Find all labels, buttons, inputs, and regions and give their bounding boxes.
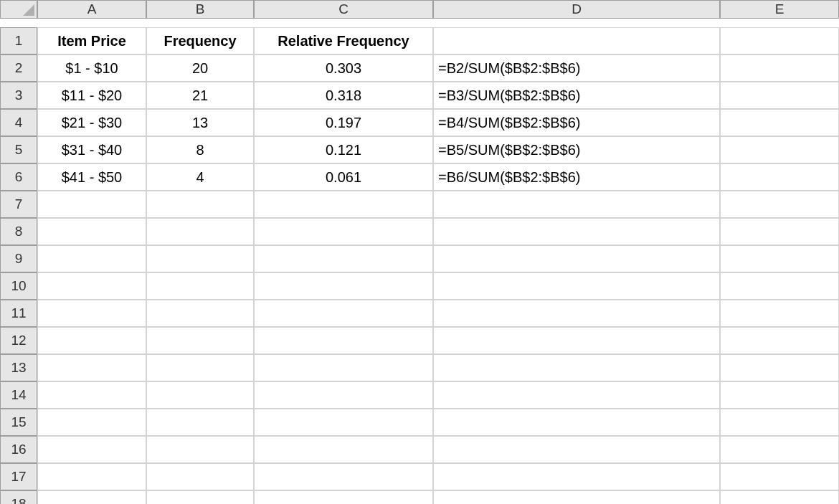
cell-B18[interactable] [146,490,254,504]
row-header-15[interactable]: 15 [0,409,37,436]
col-header-C[interactable]: C [254,0,433,19]
row-header-11[interactable]: 11 [0,300,37,327]
row-header-12[interactable]: 12 [0,327,37,354]
cell-E6[interactable] [720,163,839,191]
cell-E1[interactable] [720,27,839,54]
cell-D6[interactable]: =B6/SUM($B$2:$B$6) [433,163,720,191]
cell-B14[interactable] [146,381,254,409]
cell-E9[interactable] [720,245,839,272]
cell-A5[interactable]: $31 - $40 [37,136,146,163]
cell-C17[interactable] [254,463,433,490]
cell-A12[interactable] [37,327,146,354]
cell-B13[interactable] [146,354,254,381]
cell-D18[interactable] [433,490,720,504]
cell-B12[interactable] [146,327,254,354]
cell-C9[interactable] [254,245,433,272]
row-header-10[interactable]: 10 [0,272,37,300]
cell-C2[interactable]: 0.303 [254,54,433,82]
spreadsheet-grid[interactable]: A B C D E 1 Item Price Frequency Relativ… [0,0,839,504]
cell-C1[interactable]: Relative Frequency [254,27,433,54]
cell-C3[interactable]: 0.318 [254,82,433,109]
cell-A16[interactable] [37,436,146,463]
cell-A11[interactable] [37,300,146,327]
cell-E17[interactable] [720,463,839,490]
cell-B9[interactable] [146,245,254,272]
cell-C10[interactable] [254,272,433,300]
cell-A18[interactable] [37,490,146,504]
col-header-B[interactable]: B [146,0,254,19]
cell-D4[interactable]: =B4/SUM($B$2:$B$6) [433,109,720,136]
cell-A6[interactable]: $41 - $50 [37,163,146,191]
cell-C12[interactable] [254,327,433,354]
row-header-6[interactable]: 6 [0,163,37,191]
cell-C16[interactable] [254,436,433,463]
row-header-8[interactable]: 8 [0,218,37,245]
cell-E5[interactable] [720,136,839,163]
col-header-E[interactable]: E [720,0,839,19]
cell-D16[interactable] [433,436,720,463]
cell-D2[interactable]: =B2/SUM($B$2:$B$6) [433,54,720,82]
cell-D14[interactable] [433,381,720,409]
cell-E11[interactable] [720,300,839,327]
cell-D17[interactable] [433,463,720,490]
cell-D8[interactable] [433,218,720,245]
row-header-4[interactable]: 4 [0,109,37,136]
row-header-2[interactable]: 2 [0,54,37,82]
cell-E4[interactable] [720,109,839,136]
cell-B2[interactable]: 20 [146,54,254,82]
cell-A9[interactable] [37,245,146,272]
cell-C13[interactable] [254,354,433,381]
cell-E15[interactable] [720,409,839,436]
row-header-7[interactable]: 7 [0,191,37,218]
cell-C15[interactable] [254,409,433,436]
cell-E13[interactable] [720,354,839,381]
cell-D13[interactable] [433,354,720,381]
cell-D12[interactable] [433,327,720,354]
cell-E2[interactable] [720,54,839,82]
cell-B7[interactable] [146,191,254,218]
cell-A14[interactable] [37,381,146,409]
row-header-3[interactable]: 3 [0,82,37,109]
cell-D7[interactable] [433,191,720,218]
row-header-14[interactable]: 14 [0,381,37,409]
cell-C4[interactable]: 0.197 [254,109,433,136]
cell-D11[interactable] [433,300,720,327]
row-header-9[interactable]: 9 [0,245,37,272]
cell-C5[interactable]: 0.121 [254,136,433,163]
cell-A10[interactable] [37,272,146,300]
cell-E7[interactable] [720,191,839,218]
cell-B3[interactable]: 21 [146,82,254,109]
cell-B10[interactable] [146,272,254,300]
cell-D9[interactable] [433,245,720,272]
row-header-13[interactable]: 13 [0,354,37,381]
row-header-17[interactable]: 17 [0,463,37,490]
cell-B4[interactable]: 13 [146,109,254,136]
row-header-5[interactable]: 5 [0,136,37,163]
row-header-1[interactable]: 1 [0,27,37,54]
cell-E8[interactable] [720,218,839,245]
cell-A13[interactable] [37,354,146,381]
cell-A8[interactable] [37,218,146,245]
select-all-corner[interactable] [0,0,37,19]
row-header-16[interactable]: 16 [0,436,37,463]
cell-A7[interactable] [37,191,146,218]
cell-B6[interactable]: 4 [146,163,254,191]
cell-B15[interactable] [146,409,254,436]
cell-C18[interactable] [254,490,433,504]
cell-B5[interactable]: 8 [146,136,254,163]
cell-D10[interactable] [433,272,720,300]
cell-A1[interactable]: Item Price [37,27,146,54]
cell-A15[interactable] [37,409,146,436]
cell-A3[interactable]: $11 - $20 [37,82,146,109]
cell-E3[interactable] [720,82,839,109]
cell-C7[interactable] [254,191,433,218]
cell-E12[interactable] [720,327,839,354]
cell-B11[interactable] [146,300,254,327]
col-header-A[interactable]: A [37,0,146,19]
cell-B16[interactable] [146,436,254,463]
cell-D1[interactable] [433,27,720,54]
cell-D3[interactable]: =B3/SUM($B$2:$B$6) [433,82,720,109]
cell-E14[interactable] [720,381,839,409]
cell-D5[interactable]: =B5/SUM($B$2:$B$6) [433,136,720,163]
cell-A17[interactable] [37,463,146,490]
